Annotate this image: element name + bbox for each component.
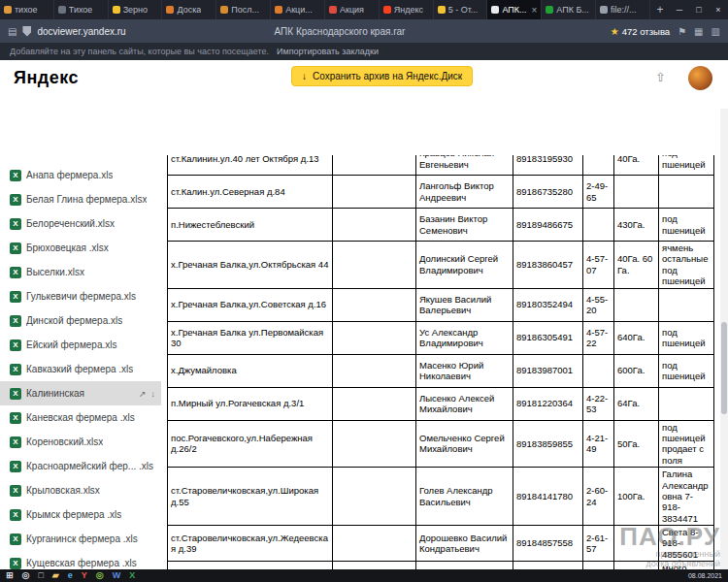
file-list-item[interactable]: XКрасноармейский фер... .xls [0, 454, 161, 478]
table-row: ст.Старовеличковская,ул.Жедеевская д.39Д… [168, 526, 714, 562]
save-to-disk-button[interactable]: ↓ Сохранить архив на Яндекс.Диск [291, 66, 473, 86]
table-row: КФХ Джумайлов и КоНерусин Владимир Дмитр… [168, 562, 714, 569]
file-list-item[interactable]: XБрюховецкая .xlsx [0, 236, 161, 260]
new-tab-button[interactable]: + [650, 0, 670, 19]
cell-phone: 89181220364 [513, 387, 583, 420]
cell-code: 2-60-24 [583, 468, 614, 526]
cell-phone: 89180352494 [513, 288, 583, 321]
chrome-browser-icon[interactable]: ◎ [96, 571, 104, 580]
excel-icon[interactable]: X [129, 571, 135, 580]
file-list-item[interactable]: XДинской фермера.xls [0, 308, 161, 333]
cell-address: ст.Старовеличковская,ул.Жедеевская д.39 [168, 526, 333, 562]
cell-phone: 89189486675 [513, 209, 583, 242]
cell-phone: 89183835738 [513, 562, 583, 569]
browser-tab[interactable]: Посл... [216, 0, 271, 19]
browser-tab[interactable]: Зерно [109, 0, 163, 19]
browser-tab[interactable]: 5 - От... [434, 0, 488, 19]
cell-name: Омельченко Сергей Михайлович [416, 420, 513, 468]
tab-favicon [4, 6, 12, 14]
cell-name: Лысенко Алексей Михайлович [416, 387, 513, 420]
excel-file-icon: X [10, 218, 21, 230]
file-list-item[interactable]: XКавказкий фермера .xls [0, 357, 161, 381]
tab-favicon [113, 6, 120, 14]
file-list-item[interactable]: XКущевская фермера .xls [0, 551, 161, 569]
tab-favicon [546, 6, 553, 14]
file-list-item[interactable]: XКрыловская.xlsx [0, 478, 161, 502]
protect-shield-icon[interactable] [22, 26, 31, 37]
browser-tab[interactable]: Акци... [271, 0, 325, 19]
url-text[interactable]: docviewer.yandex.ru [37, 26, 125, 37]
cell-address: х.Джумайловка [168, 354, 333, 387]
save-button-label: Сохранить архив на Яндекс.Диск [313, 71, 462, 81]
cell-org [333, 321, 416, 354]
yandex-logo[interactable]: Яндекс [14, 68, 79, 88]
browser-tab[interactable]: Доска [162, 0, 216, 19]
file-list-item[interactable]: XБелореченский.xlsx [0, 211, 161, 236]
cell-org [333, 468, 416, 526]
file-list-item[interactable]: XКрымск фермера .xls [0, 502, 161, 527]
explorer-folder-icon[interactable]: ▰ [52, 571, 59, 580]
file-list-item[interactable]: XЕйский фермера.xls [0, 333, 161, 357]
file-list-item[interactable]: XКореновский.xlsx [0, 430, 161, 454]
share-file-icon[interactable]: ↗ [139, 389, 147, 399]
maximize-button[interactable]: □ [689, 0, 709, 19]
extensions-icon[interactable]: ▥ [711, 26, 720, 37]
share-icon[interactable]: ⇧ [655, 70, 666, 84]
file-list-item[interactable]: XКаневская фермера .xls [0, 405, 161, 430]
minimize-button[interactable]: ─ [670, 0, 689, 19]
close-button[interactable]: × [709, 0, 728, 19]
browser-tab[interactable]: АПК Б... [542, 0, 596, 19]
cell-org [333, 420, 416, 468]
tab-favicon [275, 6, 282, 14]
excel-file-icon: X [10, 509, 21, 521]
cell-code: 4-55-20 [583, 288, 614, 321]
bookmark-flag-icon[interactable]: ⚑ [678, 26, 686, 37]
excel-file-icon: X [10, 267, 21, 278]
file-name: Крыловская.xlsx [26, 485, 100, 496]
file-list-item[interactable]: XАнапа фермера.xls [0, 163, 161, 187]
file-list-item[interactable]: XКалининская↗↓ [0, 381, 161, 405]
download-file-icon[interactable]: ↓ [151, 389, 156, 399]
browser-tab[interactable]: Тихое [54, 0, 109, 19]
cell-code [583, 354, 614, 387]
search-icon[interactable]: ◎ [22, 571, 30, 580]
cell-area: 40Га. 60 Га. [614, 242, 659, 289]
browser-tab[interactable]: тихое [0, 0, 54, 19]
start-button[interactable]: ⊞ [6, 571, 14, 580]
browser-tab[interactable]: file://... [596, 0, 650, 19]
browser-tab[interactable]: Яндекс [380, 0, 434, 19]
avatar[interactable] [688, 66, 712, 90]
import-bookmarks-link[interactable]: Импортировать закладки [277, 47, 379, 56]
tab-favicon [600, 6, 608, 14]
task-view-icon[interactable]: □ [38, 571, 43, 580]
tab-close-icon[interactable]: × [531, 5, 537, 16]
cell-note: Галина Александровна 7-918-3834471 [659, 468, 714, 526]
table-row: ст.Калинин.ул.40 лет Октября д.13Кравцов… [168, 155, 714, 176]
tab-label: Акция [340, 5, 364, 15]
reviews-badge[interactable]: ★ 472 отзыва [611, 26, 670, 37]
yandex-browser-icon[interactable]: Y [82, 571, 87, 580]
word-icon[interactable]: W [113, 571, 121, 580]
sidebar-panel-icon[interactable]: ▤ [8, 26, 17, 37]
scrollbar-thumb[interactable] [721, 322, 727, 414]
cell-name: Нерусин Владимир Дмитриевич [416, 562, 513, 569]
excel-file-icon: X [10, 194, 21, 206]
tab-label: АПК... [502, 5, 526, 15]
taskbar-clock[interactable]: 08.08.2021 [688, 572, 722, 579]
bookmarks-hint-text: Добавляйте на эту панель сайты, которые … [10, 47, 269, 56]
cell-name: Голев Александр Васильевич [416, 468, 513, 526]
browser-tab[interactable]: АПК...× [487, 0, 542, 19]
browser-tab[interactable]: Акция [325, 0, 380, 19]
cell-org [333, 288, 416, 321]
file-list-item[interactable]: XБелая Глина фермера.xlsx [0, 187, 161, 211]
file-list-item[interactable]: XВыселки.xlsx [0, 260, 161, 284]
cell-phone: 89183987001 [513, 354, 583, 387]
cell-phone: 89183859855 [513, 420, 583, 468]
tab-label: тихое [15, 5, 38, 15]
file-list-item[interactable]: XГулькевичи фермера.xls [0, 284, 161, 308]
collections-icon[interactable]: ▦ [694, 26, 703, 37]
file-list-item[interactable]: XКурганинск фермера .xls [0, 527, 161, 551]
cell-org [333, 242, 416, 289]
edge-browser-icon[interactable]: e [68, 571, 73, 580]
cell-address: п.Нижестеблевский [168, 209, 333, 242]
